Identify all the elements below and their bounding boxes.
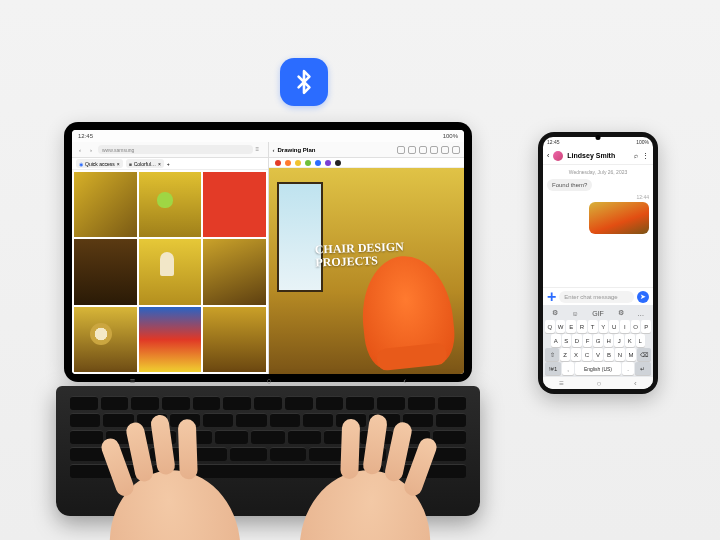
gallery-tile[interactable] [74, 307, 137, 372]
gallery-tile[interactable] [203, 307, 266, 372]
browser-tab[interactable]: ◉Quick access× [76, 159, 123, 168]
gallery-tile[interactable] [74, 239, 137, 304]
space-key[interactable]: English (US) [575, 362, 621, 375]
key[interactable]: G [593, 334, 603, 347]
kb-tool-icon[interactable]: ⚙ [552, 309, 558, 317]
send-button[interactable]: ➤ [637, 291, 649, 303]
browser-back-button[interactable]: ‹ [76, 147, 84, 153]
more-icon[interactable] [452, 146, 460, 154]
kb-tool-icon[interactable]: … [637, 310, 644, 317]
send-icon: ➤ [640, 293, 646, 301]
gallery-tile[interactable] [139, 172, 202, 237]
kb-tool-icon[interactable]: ☺ [571, 310, 578, 317]
key[interactable]: J [614, 334, 624, 347]
shift-key[interactable]: ⇧ [545, 348, 559, 361]
color-swatch[interactable] [275, 160, 281, 166]
attach-button[interactable]: + [547, 288, 556, 306]
browser-forward-button[interactable]: › [87, 147, 95, 153]
key[interactable]: M [626, 348, 636, 361]
key[interactable]: X [571, 348, 581, 361]
close-icon[interactable]: × [158, 161, 161, 167]
new-tab-button[interactable]: + [167, 161, 170, 167]
search-icon[interactable]: ⌕ [634, 152, 638, 159]
avatar[interactable] [553, 151, 563, 161]
status-time: 12:45 [547, 139, 560, 145]
browser-menu-icon[interactable]: ≡ [256, 146, 264, 154]
address-text: www.samsung [102, 147, 134, 153]
tablet-status-bar: 12:45 100% [72, 130, 464, 142]
key[interactable]: N [615, 348, 625, 361]
kb-tool-icon[interactable]: ⚙ [618, 309, 624, 317]
tool-icon[interactable] [430, 146, 438, 154]
chat-back-button[interactable]: ‹ [547, 152, 549, 159]
key[interactable]: Q [545, 320, 555, 333]
phone-nav-bar: ≡ ○ ‹ [543, 377, 653, 389]
address-bar[interactable]: www.samsung [98, 145, 253, 154]
symbols-key[interactable]: !#1 [545, 362, 561, 375]
tab-label: Quick access [85, 161, 115, 167]
chat-input[interactable]: Enter chat message [559, 291, 634, 303]
tool-icon[interactable] [441, 146, 449, 154]
tool-icon[interactable] [408, 146, 416, 154]
chat-thread[interactable]: Wednesday, July 26, 2023 Found them? 12:… [543, 165, 653, 287]
key[interactable]: R [577, 320, 587, 333]
image-message[interactable] [589, 202, 649, 234]
color-swatch[interactable] [305, 160, 311, 166]
nav-recent-button[interactable]: ≡ [559, 379, 564, 388]
key[interactable]: B [604, 348, 614, 361]
soft-keyboard[interactable]: ⚙ ☺ GIF ⚙ … QWERTYUIOP ASDFGHJKL ⇧ZXCVBN… [543, 305, 653, 377]
key[interactable]: Z [560, 348, 570, 361]
key[interactable]: S [562, 334, 572, 347]
gallery-tile[interactable] [203, 172, 266, 237]
key[interactable]: C [582, 348, 592, 361]
kb-tool-icon[interactable]: GIF [592, 310, 604, 317]
key[interactable]: Y [599, 320, 609, 333]
key[interactable]: F [583, 334, 593, 347]
nav-home-button[interactable]: ○ [597, 379, 602, 388]
color-swatch[interactable] [315, 160, 321, 166]
color-swatch[interactable] [285, 160, 291, 166]
drawing-back-button[interactable]: ‹ [273, 147, 275, 153]
nav-back-button[interactable]: ‹ [403, 376, 406, 386]
key[interactable]: L [636, 334, 646, 347]
nav-recent-button[interactable]: ≡ [130, 376, 135, 386]
drawing-pane: ‹ Drawing Plan [269, 142, 465, 374]
message-time: 12:44 [547, 194, 649, 200]
chat-placeholder: Enter chat message [564, 294, 617, 300]
status-battery: 100% [636, 139, 649, 145]
key[interactable]: V [593, 348, 603, 361]
gallery-tile[interactable] [74, 172, 137, 237]
key[interactable]: W [556, 320, 566, 333]
key[interactable]: E [566, 320, 576, 333]
phone-device: 12:45 100% ‹ Lindsey Smith ⌕ ⋮ Wednesday… [538, 132, 658, 394]
key[interactable]: P [641, 320, 651, 333]
drawing-canvas[interactable]: CHAIR DESIGN PROJECTS [269, 168, 465, 374]
tool-icon[interactable] [397, 146, 405, 154]
key[interactable]: H [604, 334, 614, 347]
key[interactable]: T [588, 320, 598, 333]
drawing-tools [397, 146, 460, 154]
key[interactable]: K [625, 334, 635, 347]
gallery-tile[interactable] [203, 239, 266, 304]
key[interactable]: I [620, 320, 630, 333]
key[interactable]: D [572, 334, 582, 347]
key[interactable]: , [562, 362, 574, 375]
key[interactable]: A [551, 334, 561, 347]
gallery-tile[interactable] [139, 239, 202, 304]
color-swatch[interactable] [335, 160, 341, 166]
nav-home-button[interactable]: ○ [266, 376, 271, 386]
key[interactable]: O [631, 320, 641, 333]
key[interactable]: . [622, 362, 634, 375]
backspace-key[interactable]: ⌫ [637, 348, 651, 361]
key[interactable]: U [609, 320, 619, 333]
color-swatch[interactable] [325, 160, 331, 166]
close-icon[interactable]: × [117, 161, 120, 167]
browser-tab[interactable]: ■Colorful…× [126, 159, 164, 168]
color-swatch[interactable] [295, 160, 301, 166]
nav-back-button[interactable]: ‹ [634, 379, 637, 388]
tool-icon[interactable] [419, 146, 427, 154]
drawing-toolbar: ‹ Drawing Plan [269, 142, 465, 158]
gallery-tile[interactable] [139, 307, 202, 372]
enter-key[interactable]: ↵ [635, 362, 651, 375]
more-icon[interactable]: ⋮ [642, 152, 649, 160]
